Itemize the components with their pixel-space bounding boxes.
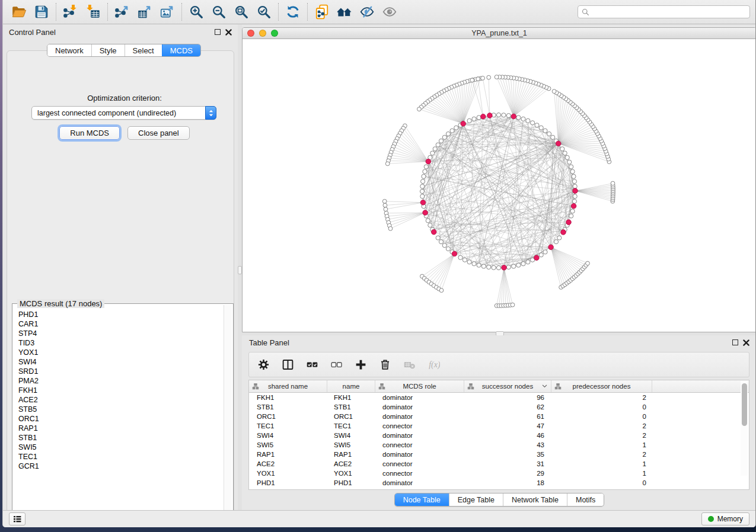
check-all-button[interactable] [305, 358, 319, 372]
add-button[interactable] [353, 358, 368, 372]
close-panel-button[interactable]: Close panel [127, 126, 190, 140]
trash-icon [379, 358, 391, 371]
table-row[interactable]: YOX1YOX1connector291 [249, 469, 749, 478]
column-header-name[interactable]: name [327, 380, 375, 392]
mcds-node-item[interactable]: FKH1 [14, 386, 222, 395]
search-input[interactable] [592, 8, 746, 16]
float-panel-icon[interactable] [215, 29, 221, 35]
mcds-node-item[interactable]: TEC1 [14, 452, 222, 462]
table-panel: Table Panel f(x) shared namenameMCDS rol… [242, 335, 756, 510]
table-row[interactable]: FKH1FKH1dominator962 [249, 393, 749, 402]
cell-shared-name: SWI5 [249, 441, 327, 448]
column-header-shared-name[interactable]: shared name [249, 380, 327, 392]
network-titlebar[interactable]: YPA_prune.txt_1 [243, 28, 756, 39]
open-file-button[interactable] [8, 2, 30, 22]
mcds-node-item[interactable]: GCR1 [14, 462, 222, 471]
mcds-result-scrollbar[interactable] [224, 305, 232, 522]
table-header-row: shared namenameMCDS rolesuccessor nodesp… [249, 380, 749, 393]
cell-successor-nodes: 35 [464, 451, 551, 458]
tab-network[interactable]: Network [47, 44, 91, 56]
zoom-out-button[interactable] [208, 2, 230, 22]
mcds-node-item[interactable]: YOX1 [14, 348, 222, 357]
trash-button[interactable] [378, 358, 392, 372]
export-table-button[interactable] [133, 2, 156, 22]
show-all-button[interactable] [378, 2, 401, 22]
export-image-button[interactable] [156, 2, 178, 22]
column-header-mcds-role[interactable]: MCDS role [375, 380, 464, 392]
mcds-node-item[interactable]: STP4 [14, 329, 222, 338]
mcds-node-item[interactable]: PHD1 [14, 310, 222, 319]
optimization-select[interactable]: largest connected component (undirected) [31, 106, 216, 120]
task-history-button[interactable] [9, 512, 25, 525]
save-session-button[interactable] [30, 2, 53, 22]
clone-network-button[interactable] [311, 2, 333, 22]
table-row[interactable]: ORC1ORC1dominator610 [249, 412, 749, 421]
tab-node-table[interactable]: Node Table [395, 493, 449, 506]
refresh-button[interactable] [282, 2, 304, 22]
mcds-node-item[interactable]: STB5 [14, 405, 222, 414]
tab-edge-table[interactable]: Edge Table [449, 493, 503, 506]
table-row[interactable]: RAP1RAP1dominator352 [249, 450, 749, 459]
cell-successor-nodes: 46 [464, 432, 551, 439]
table-row[interactable]: SWI4SWI4dominator462 [249, 431, 749, 440]
float-panel-icon[interactable] [732, 339, 738, 345]
table-tabs: Node TableEdge TableNetwork TableMotifs [242, 493, 756, 507]
desktop-background: { "toolbar": { "groups": [ ["open-file",… [0, 0, 756, 532]
fx-button[interactable]: f(x) [426, 358, 441, 372]
mcds-node-item[interactable]: SWI5 [14, 443, 222, 452]
mcds-node-item[interactable]: CAR1 [14, 319, 222, 329]
mcds-node-item[interactable]: ACE2 [14, 395, 222, 405]
tab-mcds[interactable]: MCDS [162, 44, 200, 56]
table-row[interactable]: PHD1PHD1dominator180 [249, 478, 749, 488]
cell-successor-nodes: 18 [464, 479, 551, 486]
table-row[interactable]: TEC1TEC1connector472 [249, 421, 749, 431]
import-network-button[interactable] [59, 2, 82, 22]
mcds-node-item[interactable]: SRD1 [14, 367, 222, 376]
columns-button[interactable] [280, 358, 295, 372]
run-mcds-button[interactable]: Run MCDS [59, 126, 120, 140]
zoom-in-button[interactable] [185, 2, 208, 22]
mcds-node-item[interactable]: SWI4 [14, 357, 222, 367]
network-graph[interactable] [243, 39, 756, 332]
tab-select[interactable]: Select [125, 44, 162, 56]
home-button[interactable] [333, 2, 356, 22]
uncheck-all-button[interactable] [329, 358, 343, 372]
mcds-node-item[interactable]: RAP1 [14, 424, 222, 433]
delete-table-column-button[interactable] [402, 358, 416, 372]
zoom-fit-button[interactable] [230, 2, 253, 22]
vertical-splitter[interactable] [238, 24, 242, 510]
cell-successor-nodes: 47 [464, 422, 551, 430]
hide-selected-button[interactable] [356, 2, 378, 22]
close-panel-icon[interactable] [743, 339, 749, 346]
search-box[interactable] [578, 5, 750, 18]
cell-successor-nodes: 96 [464, 394, 551, 401]
gear-button[interactable] [256, 358, 270, 372]
import-table-button[interactable] [82, 2, 104, 22]
memory-button[interactable]: Memory [701, 512, 749, 525]
column-header-predecessor-nodes[interactable]: predecessor nodes [551, 380, 652, 392]
hide-selected-icon [359, 4, 375, 20]
mcds-node-item[interactable]: STB1 [14, 433, 222, 443]
mcds-node-item[interactable]: PMA2 [14, 376, 222, 386]
close-panel-icon[interactable] [225, 29, 232, 36]
zoom-selected-button[interactable] [253, 2, 275, 22]
mcds-node-item[interactable]: TID3 [14, 338, 222, 348]
table-row[interactable]: STB1STB1dominator620 [249, 402, 749, 412]
mcds-node-item[interactable]: ORC1 [14, 414, 222, 424]
mcds-result-title: MCDS result (17 nodes) [17, 299, 104, 308]
delete-table-column-icon [403, 358, 416, 371]
scrollbar-thumb[interactable] [742, 383, 747, 426]
cell-name: PHD1 [327, 479, 375, 486]
export-network-button[interactable] [111, 2, 133, 22]
splitter-grab-icon[interactable] [238, 266, 242, 274]
cell-mcds-role: connector [375, 460, 464, 467]
tab-style[interactable]: Style [91, 44, 125, 56]
tab-network-table[interactable]: Network Table [503, 493, 567, 506]
tab-motifs[interactable]: Motifs [567, 493, 604, 506]
zoom-fit-icon [234, 4, 249, 20]
app-window: Control Panel NetworkStyleSelectMCDS Opt… [2, 0, 756, 527]
table-scrollbar[interactable] [741, 381, 748, 476]
column-header-successor-nodes[interactable]: successor nodes [464, 380, 551, 392]
table-row[interactable]: SWI5SWI5connector431 [249, 440, 749, 450]
table-row[interactable]: ACE2ACE2connector311 [249, 459, 749, 469]
